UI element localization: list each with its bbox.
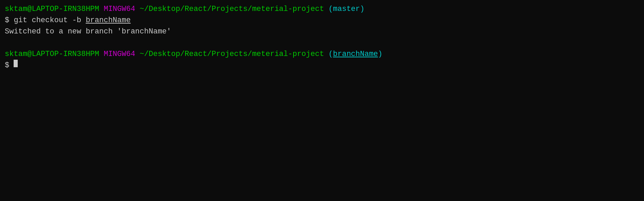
user-host-1: sktam@LAPTOP-IRN38HPM bbox=[5, 3, 99, 15]
mingw-1: MINGW64 bbox=[104, 3, 135, 15]
switched-text: Switched to a new branch bbox=[5, 26, 117, 37]
prompt-2: $ bbox=[5, 15, 14, 26]
terminal-line-2: $ git checkout -b branchName bbox=[5, 15, 639, 26]
command-2: git checkout -b bbox=[14, 15, 85, 26]
path-1: ~/Desktop/React/Projects/meterial-projec… bbox=[140, 3, 324, 15]
branch-arg-2: branchName bbox=[86, 15, 131, 26]
mingw-5: MINGW64 bbox=[104, 48, 135, 60]
prompt-6: $ bbox=[5, 60, 14, 71]
space-1a bbox=[99, 3, 104, 15]
user-host-5: sktam@LAPTOP-IRN38HPM bbox=[5, 48, 99, 60]
space-5b bbox=[135, 48, 140, 60]
terminal-line-1: sktam@LAPTOP-IRN38HPM MINGW64 ~/Desktop/… bbox=[5, 3, 639, 15]
terminal-cursor bbox=[14, 60, 18, 67]
terminal-line-5: sktam@LAPTOP-IRN38HPM MINGW64 ~/Desktop/… bbox=[5, 48, 639, 60]
branch-indicator-5: (branchName) bbox=[329, 48, 382, 60]
terminal-line-3: Switched to a new branch 'branchName' bbox=[5, 26, 639, 37]
terminal-window: sktam@LAPTOP-IRN38HPM MINGW64 ~/Desktop/… bbox=[5, 3, 639, 198]
terminal-line-6: $ bbox=[5, 60, 639, 71]
branch-name-5: branchName bbox=[333, 50, 378, 58]
path-5: ~/Desktop/React/Projects/meterial-projec… bbox=[140, 48, 324, 60]
space-1c bbox=[324, 3, 328, 15]
space-5a bbox=[99, 48, 104, 60]
empty-line bbox=[5, 37, 639, 48]
space-5c bbox=[324, 48, 328, 60]
branch-indicator-1: (master) bbox=[329, 3, 365, 15]
new-branch-quote: 'branchName' bbox=[117, 26, 171, 37]
space-1b bbox=[135, 3, 140, 15]
